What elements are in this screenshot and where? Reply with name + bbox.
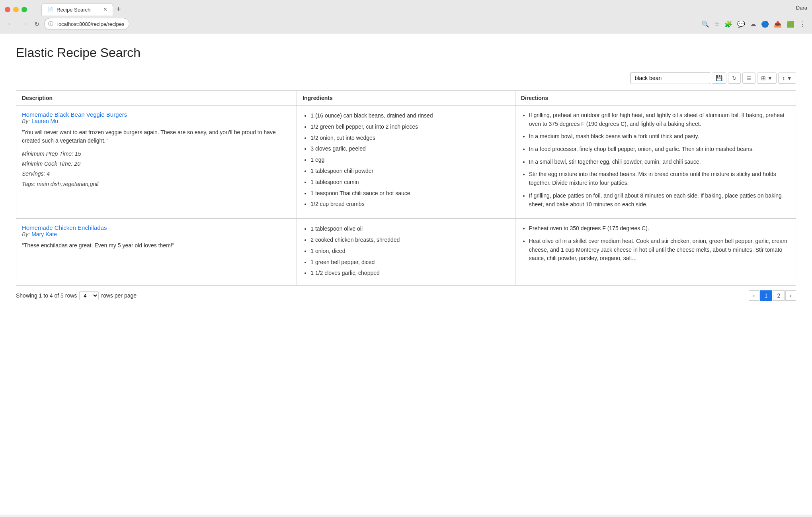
directions-cell: Preheat oven to 350 degrees F (175 degre… <box>515 219 796 286</box>
ingredient-item: 1 (16 ounce) can black beans, drained an… <box>310 111 509 121</box>
window-controls <box>5 7 27 12</box>
new-tab-button[interactable]: + <box>113 3 124 16</box>
header-directions: Directions <box>515 91 796 106</box>
minimize-button[interactable] <box>13 7 19 12</box>
page-title: Elastic Recipe Search <box>16 45 796 60</box>
extension6-button[interactable]: 🟩 <box>785 19 796 29</box>
servings-label: Servings: <box>22 170 45 177</box>
address-input[interactable] <box>44 18 129 30</box>
extension4-button[interactable]: 🔵 <box>759 19 771 29</box>
columns-button[interactable]: ☰ <box>742 72 755 84</box>
refresh-button[interactable]: ↻ <box>728 72 741 84</box>
address-bar-row: ← → ↻ ⓘ 🔍 ☆ 🧩 💬 ☁ 🔵 📥 🟩 ⋮ <box>0 16 812 33</box>
directions-cell: If grilling, preheat an outdoor grill fo… <box>515 106 796 219</box>
recipe-title-link[interactable]: Homemade Black Bean Veggie Burgers <box>22 111 127 118</box>
tab-label: Recipe Search <box>57 7 90 13</box>
back-button[interactable]: ← <box>5 19 16 29</box>
prep-label: Minimum Prep Time: <box>22 151 73 157</box>
active-tab[interactable]: 📄 Recipe Search × <box>41 3 113 16</box>
pagination-bar: Showing 1 to 4 of 5 rows 4 10 25 rows pe… <box>16 286 796 302</box>
browser-chrome: 📄 Recipe Search × + Dara ← → ↻ ⓘ 🔍 ☆ 🧩 💬… <box>0 0 812 33</box>
ingredient-item: 1 green bell pepper, diced <box>310 258 509 267</box>
ingredients-list: 1 tablespoon olive oil2 cooked chicken b… <box>303 224 509 278</box>
ingredient-item: 1 tablespoon cumin <box>310 178 509 187</box>
save-button[interactable]: 💾 <box>712 72 726 84</box>
close-button[interactable] <box>5 7 10 12</box>
author-link[interactable]: Mary Kate <box>31 231 57 237</box>
direction-item: In a food processor, finely chop bell pe… <box>529 145 790 154</box>
grid-button[interactable]: ⊞ ▼ <box>757 72 777 84</box>
direction-item: If grilling, preheat an outdoor grill fo… <box>529 111 790 128</box>
author-label: By: Lauren Mu <box>22 118 58 124</box>
ingredients-cell: 1 tablespoon olive oil2 cooked chicken b… <box>297 219 515 286</box>
prev-page-button[interactable]: ‹ <box>749 290 759 301</box>
table-header-row: Description Ingredients Directions <box>16 91 796 106</box>
recipe-quote: "You will never want to eat frozen veggi… <box>22 128 291 145</box>
address-wrapper: ⓘ <box>44 18 697 30</box>
ingredient-item: 1 teaspoon Thai chili sauce or hot sauce <box>310 189 509 198</box>
menu-button[interactable]: ⋮ <box>798 19 807 29</box>
page-content: Elastic Recipe Search 💾 ↻ ☰ ⊞ ▼ ↕ ▼ Desc… <box>0 33 812 515</box>
direction-item: Heat olive oil in a skillet over medium … <box>529 237 790 263</box>
recipe-meta: Minimum Prep Time: 15 Minimim Cook Time:… <box>22 149 291 189</box>
lock-icon: ⓘ <box>48 20 53 27</box>
extension2-button[interactable]: 💬 <box>736 19 747 29</box>
tabs-row: 📄 Recipe Search × + <box>41 3 124 16</box>
sort-button[interactable]: ↕ ▼ <box>778 72 796 84</box>
ingredient-item: 1/2 cup bread crumbs <box>310 200 509 209</box>
ingredients-list: 1 (16 ounce) can black beans, drained an… <box>303 111 509 209</box>
user-label: Dara <box>796 5 807 14</box>
header-ingredients: Ingredients <box>297 91 515 106</box>
author-link[interactable]: Lauren Mu <box>31 118 58 124</box>
ingredient-item: 1/2 green bell pepper, cut into 2 inch p… <box>310 122 509 132</box>
bookmark-icon-button[interactable]: ☆ <box>712 19 721 29</box>
direction-item: If grilling, place patties on foil, and … <box>529 192 790 209</box>
ingredient-item: 2 cooked chicken breasts, shredded <box>310 235 509 245</box>
direction-item: In a small bowl, stir together egg, chil… <box>529 158 790 166</box>
rows-selector: Showing 1 to 4 of 5 rows 4 10 25 rows pe… <box>16 291 137 300</box>
ingredient-item: 1/2 onion, cut into wedges <box>310 133 509 143</box>
next-page-button[interactable]: › <box>785 290 796 301</box>
search-icon-button[interactable]: 🔍 <box>700 19 711 29</box>
recipe-table: Description Ingredients Directions Homem… <box>16 90 796 286</box>
tab-close-button[interactable]: × <box>103 6 107 13</box>
direction-item: Stir the egg mixture into the mashed bea… <box>529 170 790 187</box>
ingredients-cell: 1 (16 ounce) can black beans, drained an… <box>297 106 515 219</box>
reload-button[interactable]: ↻ <box>32 19 42 29</box>
page-controls: ‹ 1 2 › <box>749 290 796 301</box>
table-row: Homemade Chicken EnchiladasBy: Mary Kate… <box>16 219 796 286</box>
recipe-title-link[interactable]: Homemade Chicken Enchiladas <box>22 224 107 231</box>
ingredient-item: 3 cloves garlic, peeled <box>310 144 509 154</box>
extension5-button[interactable]: 📥 <box>772 19 783 29</box>
table-row: Homemade Black Bean Veggie BurgersBy: La… <box>16 106 796 219</box>
rows-per-page-dropdown[interactable]: 4 10 25 <box>79 291 99 300</box>
description-cell: Homemade Black Bean Veggie BurgersBy: La… <box>16 106 297 219</box>
ingredient-item: 1 1/2 cloves garlic, chopped <box>310 268 509 278</box>
header-description: Description <box>16 91 297 106</box>
direction-item: Preheat oven to 350 degrees F (175 degre… <box>529 224 790 233</box>
page-1-button[interactable]: 1 <box>760 290 772 301</box>
author-label: By: Mary Kate <box>22 231 57 237</box>
directions-list: Preheat oven to 350 degrees F (175 degre… <box>521 224 790 263</box>
description-cell: Homemade Chicken EnchiladasBy: Mary Kate… <box>16 219 297 286</box>
tags-label: Tags: <box>22 181 35 187</box>
title-bar: 📄 Recipe Search × + Dara <box>0 0 812 16</box>
showing-text: Showing 1 to 4 of 5 rows <box>16 292 77 299</box>
search-toolbar: 💾 ↻ ☰ ⊞ ▼ ↕ ▼ <box>16 72 796 84</box>
ingredient-item: 1 onion, diced <box>310 247 509 256</box>
direction-item: In a medium bowl, mash black beans with … <box>529 132 790 141</box>
browser-toolbar-icons: 🔍 ☆ 🧩 💬 ☁ 🔵 📥 🟩 ⋮ <box>700 19 807 29</box>
forward-button[interactable]: → <box>18 19 29 29</box>
maximize-button[interactable] <box>21 7 27 12</box>
ingredient-item: 1 egg <box>310 155 509 165</box>
page-2-button[interactable]: 2 <box>773 290 785 301</box>
extension1-button[interactable]: 🧩 <box>723 19 734 29</box>
tab-icon: 📄 <box>47 7 53 12</box>
search-input[interactable] <box>630 72 710 84</box>
ingredient-item: 1 tablespoon olive oil <box>310 224 509 234</box>
cook-label: Minimim Cook Time: <box>22 161 72 167</box>
rows-per-page-label: rows per page <box>101 292 137 299</box>
recipe-quote: "These enchiladas are great. Even my 5 y… <box>22 241 291 250</box>
extension3-button[interactable]: ☁ <box>748 19 758 29</box>
recipe-table-container: Description Ingredients Directions Homem… <box>16 90 796 286</box>
